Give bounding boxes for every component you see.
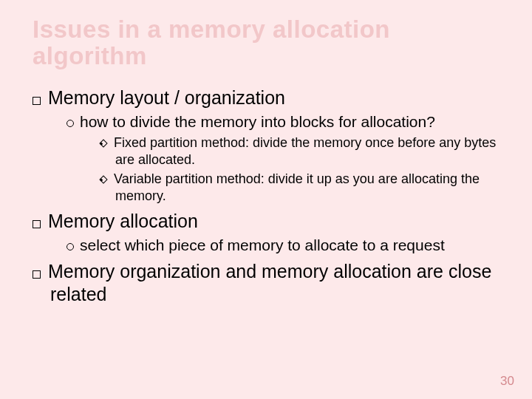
bullet-text: select which piece of memory to allocate… bbox=[80, 236, 445, 253]
square-bullet-icon bbox=[33, 270, 41, 279]
slide-title: Issues in a memory allocation algorithm bbox=[33, 16, 510, 70]
slide: Issues in a memory allocation algorithm … bbox=[0, 0, 532, 399]
bullet-list: Memory layout / organization how to divi… bbox=[33, 86, 510, 307]
list-item: how to divide the memory into blocks for… bbox=[81, 112, 510, 204]
list-item: Memory organization and memory allocatio… bbox=[50, 260, 510, 307]
list-item: select which piece of memory to allocate… bbox=[81, 236, 510, 255]
square-bullet-icon bbox=[33, 220, 41, 228]
bullet-text: Memory layout / organization bbox=[48, 87, 285, 108]
bullet-text: Fixed partition method: divide the memor… bbox=[114, 135, 496, 167]
bullet-text: Memory allocation bbox=[48, 211, 198, 231]
bullet-text: Variable partition method: divide it up … bbox=[114, 171, 480, 203]
circle-bullet-icon bbox=[66, 243, 74, 250]
list-item: Memory allocation select which piece of … bbox=[50, 210, 510, 256]
diamond-bullet-icon bbox=[99, 139, 107, 147]
circle-bullet-icon bbox=[66, 120, 74, 127]
bullet-text: Memory organization and memory allocatio… bbox=[48, 261, 491, 304]
bullet-text: how to divide the memory into blocks for… bbox=[80, 113, 435, 130]
page-number: 30 bbox=[500, 374, 514, 389]
list-item: Variable partition method: divide it up … bbox=[115, 171, 510, 204]
list-item: Fixed partition method: divide the memor… bbox=[115, 134, 510, 168]
list-item: Memory layout / organization how to divi… bbox=[50, 86, 510, 205]
square-bullet-icon bbox=[33, 97, 41, 105]
diamond-bullet-icon bbox=[99, 175, 107, 183]
